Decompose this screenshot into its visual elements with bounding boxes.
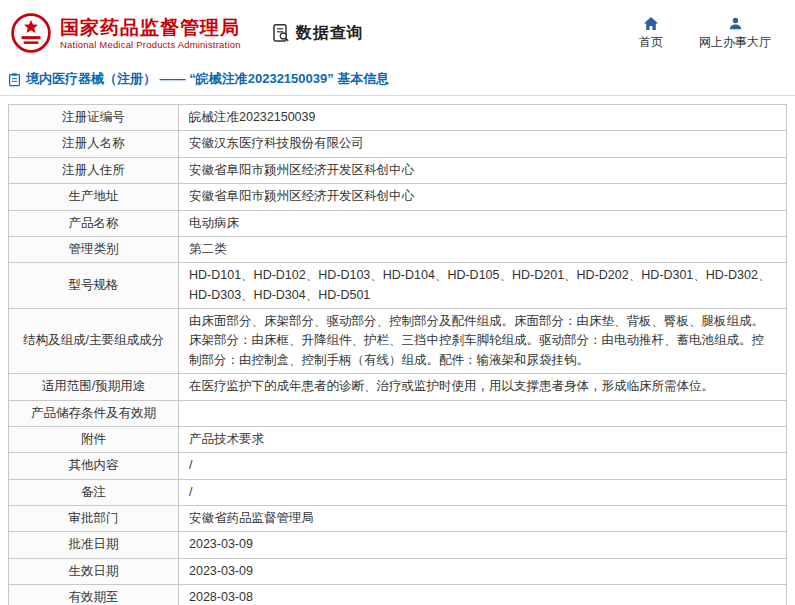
row-value-cell: 产品技术要求 xyxy=(179,426,787,452)
row-label: 结构及组成/主要组成成分 xyxy=(23,333,164,347)
table-row: 结构及组成/主要组成成分由床面部分、床架部分、驱动部分、控制部分及配件组成。床面… xyxy=(9,309,787,374)
row-label: 批准日期 xyxy=(69,537,119,551)
table-row: 产品储存条件及有效期 xyxy=(9,400,787,426)
page-title: 境内医疗器械（注册） —— “皖械注准20232150039” 基本信息 xyxy=(26,70,389,88)
row-label: 审批部门 xyxy=(69,511,119,525)
row-value: / xyxy=(189,485,192,499)
row-value-cell: 电动病床 xyxy=(179,210,787,236)
row-value: 安徽省阜阳市颍州区经济开发区科创中心 xyxy=(189,163,414,177)
row-value-cell: 安徽省阜阳市颍州区经济开发区科创中心 xyxy=(179,184,787,210)
table-row: 附件产品技术要求 xyxy=(9,426,787,452)
row-label-cell: 有效期至 xyxy=(9,585,179,605)
table-row: 有效期至2028-03-08 xyxy=(9,585,787,605)
home-icon xyxy=(643,16,659,31)
row-label-cell: 管理类别 xyxy=(9,236,179,262)
table-row: 注册人名称安徽汉东医疗科技股份有限公司 xyxy=(9,131,787,157)
table-row: 批准日期2023-03-09 xyxy=(9,532,787,558)
site-header: 国家药品监督管理局 National Medical Products Admi… xyxy=(0,0,795,64)
table-row: 其他内容/ xyxy=(9,453,787,479)
info-table-body: 注册证编号皖械注准20232150039注册人名称安徽汉东医疗科技股份有限公司注… xyxy=(9,105,787,605)
row-label: 有效期至 xyxy=(69,590,119,604)
row-value: 2028-03-08 xyxy=(189,590,253,604)
data-query-heading: 数据查询 xyxy=(271,23,364,44)
row-value: 安徽汉东医疗科技股份有限公司 xyxy=(189,136,364,150)
row-label-cell: 适用范围/预期用途 xyxy=(9,374,179,400)
row-label-cell: 注册证编号 xyxy=(9,105,179,131)
row-value-cell: 由床面部分、床架部分、驱动部分、控制部分及配件组成。床面部分：由床垫、背板、臀板… xyxy=(179,309,787,374)
row-value: 安徽省药品监督管理局 xyxy=(189,511,314,525)
row-label-cell: 结构及组成/主要组成成分 xyxy=(9,309,179,374)
table-row: 审批部门安徽省药品监督管理局 xyxy=(9,506,787,532)
row-value-cell: 皖械注准20232150039 xyxy=(179,105,787,131)
row-value: / xyxy=(189,458,192,472)
row-label-cell: 批准日期 xyxy=(9,532,179,558)
org-name-en: National Medical Products Administration xyxy=(60,39,241,50)
row-label: 备注 xyxy=(81,485,106,499)
nav-hall-label: 网上办事大厅 xyxy=(699,34,771,51)
row-value-cell: 2023-03-09 xyxy=(179,558,787,584)
row-value-cell: 安徽省药品监督管理局 xyxy=(179,506,787,532)
org-name-cn: 国家药品监督管理局 xyxy=(60,16,241,40)
table-row: 生产地址安徽省阜阳市颍州区经济开发区科创中心 xyxy=(9,184,787,210)
row-label: 注册人名称 xyxy=(62,136,125,150)
document-search-icon xyxy=(271,23,291,43)
row-value: 电动病床 xyxy=(189,216,239,230)
row-label: 适用范围/预期用途 xyxy=(42,379,145,393)
row-label: 注册人住所 xyxy=(62,163,125,177)
row-label: 附件 xyxy=(81,432,106,446)
row-label: 生产地址 xyxy=(69,189,119,203)
row-label-cell: 产品名称 xyxy=(9,210,179,236)
table-row: 适用范围/预期用途在医疗监护下的成年患者的诊断、治疗或监护时使用，用以支撑患者身… xyxy=(9,374,787,400)
row-label-cell: 备注 xyxy=(9,479,179,505)
info-table-wrap: 注册证编号皖械注准20232150039注册人名称安徽汉东医疗科技股份有限公司注… xyxy=(0,96,795,605)
row-label-cell: 型号规格 xyxy=(9,263,179,309)
row-label: 生效日期 xyxy=(69,564,119,578)
table-row: 生效日期2023-03-09 xyxy=(9,558,787,584)
row-label: 产品名称 xyxy=(69,216,119,230)
row-label: 产品储存条件及有效期 xyxy=(31,406,156,420)
row-value-cell xyxy=(179,400,787,426)
row-label-cell: 产品储存条件及有效期 xyxy=(9,400,179,426)
nav-home-label: 首页 xyxy=(639,34,663,51)
row-label-cell: 附件 xyxy=(9,426,179,452)
row-value: 由床面部分、床架部分、驱动部分、控制部分及配件组成。床面部分：由床垫、背板、臀板… xyxy=(189,314,764,367)
row-value: HD-D101、HD-D102、HD-D103、HD-D104、HD-D105、… xyxy=(189,268,770,301)
row-value: 在医疗监护下的成年患者的诊断、治疗或监护时使用，用以支撑患者身体，形成临床所需体… xyxy=(189,379,714,393)
table-row: 型号规格HD-D101、HD-D102、HD-D103、HD-D104、HD-D… xyxy=(9,263,787,309)
table-row: 备注/ xyxy=(9,479,787,505)
row-value: 第二类 xyxy=(189,242,227,256)
row-value-cell: 安徽汉东医疗科技股份有限公司 xyxy=(179,131,787,157)
row-value-cell: 第二类 xyxy=(179,236,787,262)
row-value: 皖械注准20232150039 xyxy=(189,110,315,124)
row-value: 产品技术要求 xyxy=(189,432,264,446)
row-label: 型号规格 xyxy=(69,278,119,292)
page: 国家药品监督管理局 National Medical Products Admi… xyxy=(0,0,795,605)
nav-online-hall[interactable]: 网上办事大厅 xyxy=(699,16,771,51)
row-value-cell: / xyxy=(179,479,787,505)
top-nav: 首页 网上办事大厅 xyxy=(639,16,771,51)
row-value-cell: 在医疗监护下的成年患者的诊断、治疗或监护时使用，用以支撑患者身体，形成临床所需体… xyxy=(179,374,787,400)
org-name-block: 国家药品监督管理局 National Medical Products Admi… xyxy=(60,16,241,51)
row-label-cell: 审批部门 xyxy=(9,506,179,532)
row-label: 管理类别 xyxy=(69,242,119,256)
row-label: 注册证编号 xyxy=(62,110,125,124)
table-row: 产品名称电动病床 xyxy=(9,210,787,236)
nav-home[interactable]: 首页 xyxy=(639,16,663,51)
row-value: 安徽省阜阳市颍州区经济开发区科创中心 xyxy=(189,189,414,203)
row-label-cell: 注册人住所 xyxy=(9,157,179,183)
row-value: 2023-03-09 xyxy=(189,564,253,578)
table-row: 注册证编号皖械注准20232150039 xyxy=(9,105,787,131)
row-label-cell: 生产地址 xyxy=(9,184,179,210)
row-label-cell: 生效日期 xyxy=(9,558,179,584)
row-value-cell: HD-D101、HD-D102、HD-D103、HD-D104、HD-D105、… xyxy=(179,263,787,309)
row-label: 其他内容 xyxy=(69,458,119,472)
row-value-cell: 2023-03-09 xyxy=(179,532,787,558)
table-row: 注册人住所安徽省阜阳市颍州区经济开发区科创中心 xyxy=(9,157,787,183)
row-value-cell: 2028-03-08 xyxy=(179,585,787,605)
clipboard-icon xyxy=(8,72,21,87)
info-table: 注册证编号皖械注准20232150039注册人名称安徽汉东医疗科技股份有限公司注… xyxy=(8,104,787,605)
row-value-cell: 安徽省阜阳市颍州区经济开发区科创中心 xyxy=(179,157,787,183)
person-icon xyxy=(728,16,743,31)
data-query-label: 数据查询 xyxy=(296,23,364,44)
table-row: 管理类别第二类 xyxy=(9,236,787,262)
